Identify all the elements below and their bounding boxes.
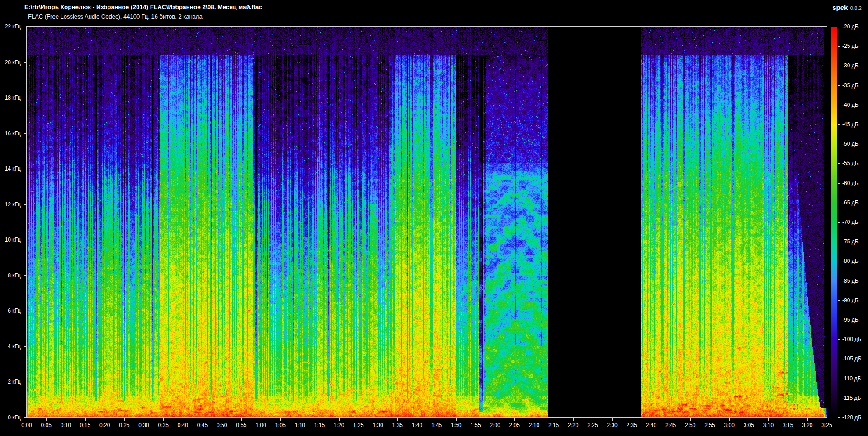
time-tick-mark — [417, 418, 417, 421]
db-tick-mark — [838, 261, 840, 261]
freq-tick-mark — [24, 27, 26, 27]
db-tick-mark — [838, 27, 840, 27]
app-version: 0.8.2 — [850, 5, 862, 11]
time-tick-mark — [534, 418, 534, 421]
app-name: spek — [832, 4, 848, 11]
time-tick-mark — [495, 418, 495, 421]
db-tick-mark — [838, 105, 840, 105]
freq-tick-mark — [24, 62, 26, 63]
db-tick-label: -20 дБ — [842, 24, 859, 30]
db-tick-label: -35 дБ — [842, 82, 859, 89]
db-tick-label: -80 дБ — [842, 258, 859, 264]
freq-tick-label: 0 кГц — [0, 414, 21, 421]
time-tick-mark — [593, 418, 593, 421]
spek-window: E:\rtr\Игорь Корнелюк - Избранное (2014)… — [0, 0, 868, 436]
db-tick-label: -75 дБ — [842, 238, 859, 245]
time-tick-mark — [514, 418, 515, 421]
db-tick-mark — [838, 281, 840, 281]
time-tick-mark — [46, 418, 47, 421]
freq-tick-mark — [24, 382, 26, 382]
db-tick-label: -85 дБ — [842, 278, 859, 284]
db-tick-label: -55 дБ — [842, 160, 859, 166]
time-tick-mark — [144, 418, 144, 421]
db-tick-mark — [838, 144, 840, 144]
db-tick-mark — [838, 124, 840, 125]
time-tick-mark — [456, 418, 457, 421]
db-tick-label: -105 дБ — [842, 355, 861, 362]
db-tick-mark — [838, 222, 840, 223]
file-path-title: E:\rtr\Игорь Корнелюк - Избранное (2014)… — [24, 4, 262, 10]
time-tick-mark — [690, 418, 691, 421]
time-tick-mark — [124, 418, 125, 421]
time-tick-mark — [85, 418, 86, 421]
time-tick-mark — [768, 418, 769, 421]
db-tick-label: -25 дБ — [842, 43, 859, 49]
db-tick-mark — [838, 300, 840, 301]
time-tick-mark — [729, 418, 730, 421]
freq-tick-label: 12 кГц — [0, 201, 21, 208]
db-tick-mark — [838, 398, 840, 398]
time-tick-mark — [827, 418, 827, 421]
freq-tick-label: 14 кГц — [0, 166, 21, 172]
db-tick-mark — [838, 417, 840, 418]
time-tick-mark — [397, 418, 398, 421]
db-tick-mark — [838, 320, 840, 320]
freq-tick-mark — [24, 98, 26, 98]
time-tick-mark — [671, 418, 671, 421]
db-tick-mark — [838, 163, 840, 164]
db-tick-label: -120 дБ — [842, 414, 861, 421]
time-tick-mark — [339, 418, 340, 421]
freq-tick-mark — [24, 275, 26, 276]
time-tick-mark — [807, 418, 808, 421]
db-tick-label: -115 дБ — [842, 395, 861, 401]
freq-tick-label: 6 кГц — [0, 308, 21, 314]
db-tick-mark — [838, 66, 840, 66]
time-tick-mark — [300, 418, 300, 421]
db-tick-label: -100 дБ — [842, 336, 861, 342]
app-brand: spek 0.8.2 — [832, 4, 862, 11]
time-tick-mark — [612, 418, 613, 421]
time-tick-mark — [280, 418, 281, 421]
time-tick-mark — [320, 418, 320, 421]
db-tick-mark — [838, 183, 840, 184]
db-tick-mark — [838, 339, 840, 340]
db-tick-label: -60 дБ — [842, 180, 859, 186]
time-tick-mark — [378, 418, 378, 421]
db-tick-mark — [838, 379, 840, 379]
time-tick-mark — [105, 418, 105, 421]
time-tick-mark — [203, 418, 203, 421]
freq-tick-mark — [24, 133, 26, 134]
db-tick-mark — [838, 203, 840, 203]
freq-tick-label: 22 кГц — [0, 24, 21, 30]
freq-tick-mark — [24, 240, 26, 240]
time-tick-mark — [27, 418, 27, 421]
time-tick-mark — [632, 418, 632, 421]
time-tick-mark — [573, 418, 574, 421]
freq-tick-mark — [24, 311, 26, 311]
db-tick-mark — [838, 46, 840, 47]
time-tick-label: 3:25 — [813, 422, 840, 428]
time-tick-mark — [476, 418, 476, 421]
freq-tick-label: 4 кГц — [0, 343, 21, 350]
db-tick-label: -95 дБ — [842, 317, 859, 323]
time-tick-mark — [183, 418, 183, 421]
time-tick-mark — [261, 418, 261, 421]
freq-tick-mark — [24, 204, 26, 205]
db-tick-label: -110 дБ — [842, 375, 861, 382]
db-tick-label: -40 дБ — [842, 102, 859, 108]
db-tick-label: -50 дБ — [842, 141, 859, 147]
spectrogram-canvas — [27, 27, 827, 417]
time-tick-mark — [651, 418, 651, 421]
time-tick-mark — [66, 418, 66, 421]
db-tick-label: -30 дБ — [842, 62, 859, 69]
db-tick-label: -90 дБ — [842, 297, 859, 303]
db-tick-mark — [838, 85, 840, 86]
freq-tick-label: 20 кГц — [0, 59, 21, 66]
time-tick-mark — [437, 418, 437, 421]
db-tick-label: -70 дБ — [842, 219, 859, 225]
time-tick-mark — [788, 418, 788, 421]
db-tick-mark — [838, 242, 840, 242]
db-tick-label: -65 дБ — [842, 199, 859, 206]
time-tick-mark — [554, 418, 554, 421]
audio-format-info: FLAC (Free Lossless Audio Codec), 44100 … — [28, 13, 203, 20]
